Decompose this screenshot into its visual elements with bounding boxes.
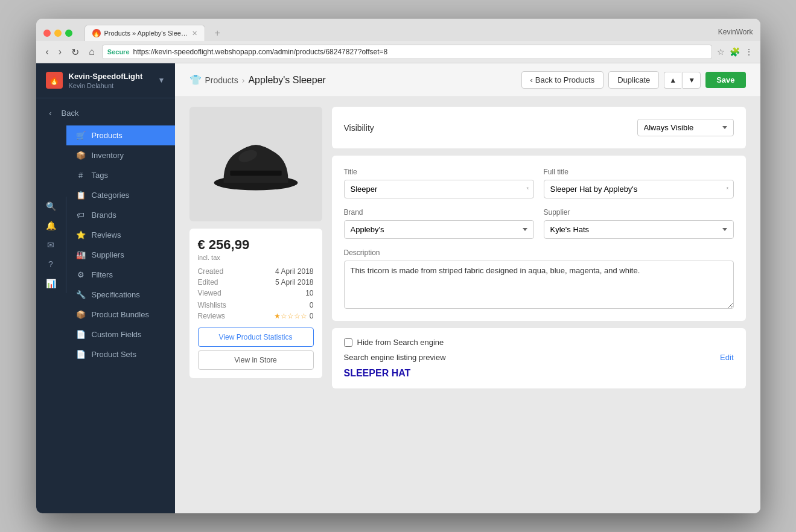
description-textarea[interactable]: This tricorn is made from striped fabric… [344, 261, 734, 309]
sidebar-item-specifications[interactable]: 🔧 Specifications [66, 285, 175, 305]
product-price: € 256,99 [198, 237, 314, 253]
search-icon[interactable]: 🔍 [46, 201, 56, 211]
maximize-button[interactable] [65, 30, 72, 37]
sidebar-item-tags[interactable]: # Tags [66, 165, 175, 185]
title-input[interactable] [344, 180, 534, 198]
seo-preview-title: SLEEPER HAT [344, 368, 734, 379]
sidebar-header: 🔥 Kevin-SpeedofLight Kevin Delahunt ▼ [36, 63, 175, 98]
header-actions: ‹ Back to Products Duplicate ▲ ▼ Save [521, 71, 746, 89]
help-icon[interactable]: ? [48, 259, 53, 269]
reports-icon[interactable]: 📊 [46, 279, 56, 288]
extensions-icon[interactable]: 🧩 [730, 47, 740, 57]
sidebar-item-back[interactable]: ‹ Back [36, 103, 175, 123]
product-sets-icon: 📄 [76, 350, 86, 359]
sidebar-item-products[interactable]: 🛒 Products [66, 125, 175, 145]
view-stats-button[interactable]: View Product Statistics [198, 328, 314, 347]
created-value: 4 April 2018 [275, 267, 313, 276]
next-product-button[interactable]: ▼ [683, 72, 701, 89]
prev-product-button[interactable]: ▲ [664, 72, 681, 89]
full-title-field-group: Full title * [544, 168, 734, 198]
sidebar-categories-label: Categories [92, 191, 130, 200]
back-to-products-button[interactable]: ‹ Back to Products [521, 71, 604, 89]
created-row: Created 4 April 2018 [198, 267, 314, 276]
reviews-row: Reviews ★☆☆☆☆ 0 [198, 312, 314, 320]
created-label: Created [198, 267, 224, 276]
full-title-input[interactable] [544, 180, 734, 198]
duplicate-button[interactable]: Duplicate [608, 71, 659, 89]
page-body: € 256,99 incl. tax Created 4 April 2018 … [175, 97, 760, 513]
supplier-select[interactable]: Kyle's Hats Other [544, 220, 734, 239]
edited-value: 5 April 2018 [275, 278, 313, 287]
sidebar-item-reviews[interactable]: ⭐ Reviews [66, 225, 175, 245]
sidebar-brand: 🔥 Kevin-SpeedofLight Kevin Delahunt [46, 72, 143, 89]
close-button[interactable] [43, 30, 51, 37]
back-arrow-icon: ‹ [530, 75, 533, 84]
right-panel: Visibility Always Visible Hidden Disable… [332, 107, 746, 504]
visibility-select[interactable]: Always Visible Hidden Disabled [637, 119, 734, 136]
browser-window: 🔥 Products » Appleby's Sleeper ✕ + Kevin… [36, 19, 760, 513]
menu-icon[interactable]: ⋮ [745, 47, 753, 57]
brand-label: Brand [344, 208, 534, 217]
specifications-icon: 🔧 [76, 290, 86, 299]
title-field-group: Title * [344, 168, 534, 198]
save-button[interactable]: Save [705, 72, 745, 88]
refresh-button[interactable]: ↻ [69, 45, 81, 59]
view-store-button[interactable]: View in Store [198, 350, 314, 370]
notifications-icon[interactable]: 🔔 [46, 221, 56, 230]
main-content: 👕 Products › Appleby's Sleeper ‹ Back to… [175, 63, 760, 513]
mail-icon[interactable]: ✉ [47, 240, 54, 250]
back-nav-button[interactable]: ‹ [43, 45, 51, 59]
description-label: Description [344, 249, 734, 257]
brand-select[interactable]: Appleby's Other [344, 220, 534, 239]
breadcrumb-parent[interactable]: Products [205, 75, 238, 85]
product-image [208, 116, 304, 212]
minimize-button[interactable] [54, 30, 62, 37]
back-icon: ‹ [46, 109, 56, 118]
sidebar-specifications-label: Specifications [92, 290, 140, 299]
seo-edit-link[interactable]: Edit [720, 353, 733, 362]
sidebar-item-suppliers[interactable]: 🏭 Suppliers [66, 245, 175, 265]
new-tab-button[interactable]: + [210, 25, 225, 41]
forward-nav-button[interactable]: › [56, 45, 64, 59]
brand-info: Kevin-SpeedofLight Kevin Delahunt [69, 72, 143, 89]
address-bar[interactable]: Secure https://kevin-speedoflight.websho… [102, 45, 712, 59]
bundles-icon: 📦 [76, 310, 86, 319]
hide-search-engine-checkbox[interactable] [344, 338, 352, 347]
visibility-row: Visibility Always Visible Hidden Disable… [344, 119, 734, 136]
hide-search-engine-row: Hide from Search engine [344, 338, 734, 347]
sidebar-item-categories[interactable]: 📋 Categories [66, 185, 175, 205]
app-container: 🔥 Kevin-SpeedofLight Kevin Delahunt ▼ ‹ … [36, 63, 760, 513]
svg-rect-1 [230, 171, 281, 176]
wishlists-row: Wishlists 0 [198, 301, 314, 309]
reviews-label: Reviews [198, 312, 225, 320]
sidebar-item-custom-fields[interactable]: 📄 Custom Fields [66, 325, 175, 344]
sidebar-item-product-sets[interactable]: 📄 Product Sets [66, 344, 175, 364]
sidebar-item-bundles[interactable]: 📦 Product Bundles [66, 305, 175, 325]
traffic-lights [43, 30, 72, 37]
sidebar-item-brands[interactable]: 🏷 Brands [66, 205, 175, 225]
star-icon[interactable]: ☆ [717, 47, 725, 57]
browser-toolbar: ‹ › ↻ ⌂ Secure https://kevin-speedofligh… [36, 41, 760, 63]
inventory-icon: 📦 [76, 151, 86, 160]
url-text: https://kevin-speedoflight.webshopapp.co… [133, 48, 388, 56]
custom-fields-icon: 📄 [76, 330, 86, 339]
home-button[interactable]: ⌂ [86, 45, 97, 59]
sidebar-inventory-label: Inventory [92, 151, 124, 160]
sidebar-item-filters[interactable]: ⚙ Filters [66, 265, 175, 285]
sidebar-custom-fields-label: Custom Fields [92, 330, 142, 339]
browser-tab[interactable]: 🔥 Products » Appleby's Sleeper ✕ [84, 25, 205, 41]
tab-close-icon[interactable]: ✕ [192, 30, 197, 37]
brand-dropdown-arrow[interactable]: ▼ [158, 76, 165, 84]
breadcrumb-current: Appleby's Sleeper [248, 75, 325, 86]
reviews-value-wrapper: ★☆☆☆☆ 0 [274, 312, 314, 320]
sidebar-item-inventory[interactable]: 📦 Inventory [66, 145, 175, 165]
brand-name: Kevin-SpeedofLight [69, 72, 143, 82]
sidebar-filters-label: Filters [92, 270, 113, 279]
suppliers-icon: 🏭 [76, 250, 86, 259]
categories-icon: 📋 [76, 191, 86, 200]
product-category-icon: 👕 [189, 74, 202, 86]
product-image-card[interactable] [189, 107, 322, 221]
seo-card: Hide from Search engine Search engine li… [332, 328, 746, 388]
product-actions: View Product Statistics View in Store [198, 328, 314, 370]
brand-field-group: Brand Appleby's Other [344, 208, 534, 239]
